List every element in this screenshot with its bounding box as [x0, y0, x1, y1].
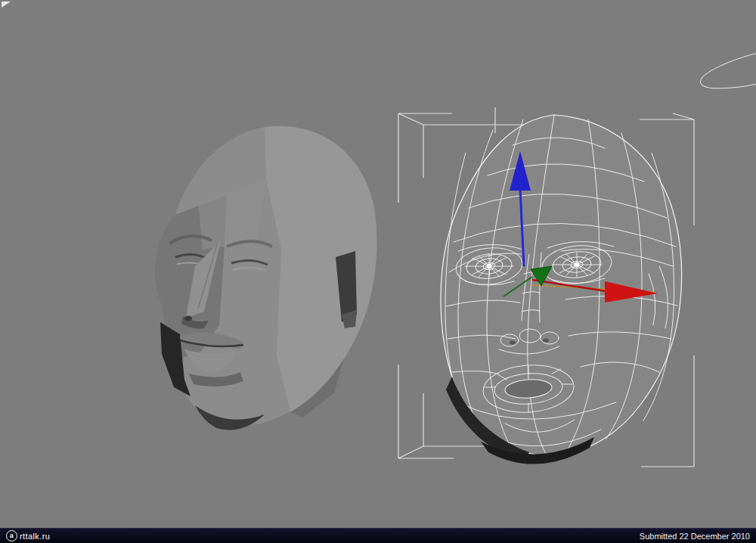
status-bar: a rttalk.ru Submitted 22 December 2010	[0, 528, 756, 543]
arttalk-logo-icon: a	[6, 530, 17, 541]
arttalk-site-text: rttalk.ru	[20, 532, 50, 541]
orbit-arc	[697, 36, 756, 97]
shaded-head[interactable]	[154, 126, 376, 430]
highlight-facet	[265, 126, 376, 412]
arttalk-watermark: a rttalk.ru	[6, 530, 50, 541]
3d-viewport[interactable]	[0, 0, 756, 528]
wireframe-head[interactable]	[441, 115, 682, 464]
viewport-canvas[interactable]	[0, 0, 756, 528]
nostril	[184, 316, 192, 321]
submitted-date: Submitted 22 December 2010	[640, 532, 750, 541]
corner-artifact	[2, 2, 11, 8]
